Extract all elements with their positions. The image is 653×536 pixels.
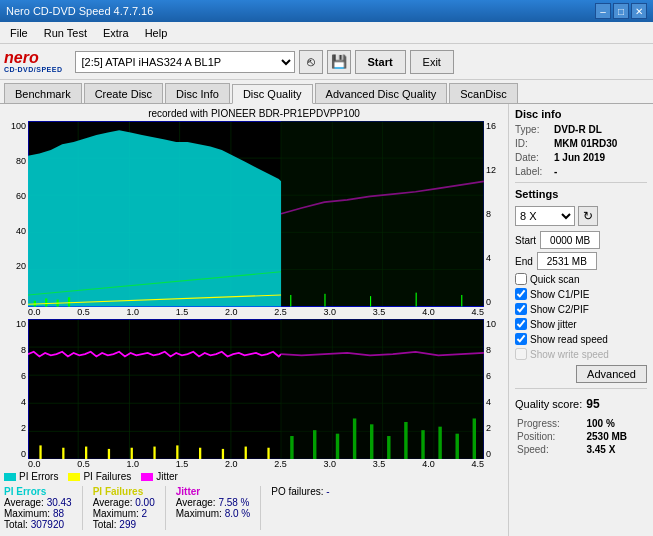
svg-rect-51	[199, 447, 201, 459]
pi-failures-stats: PI Failures Average: 0.00 Maximum: 2 Tot…	[93, 486, 155, 530]
id-label: ID:	[515, 138, 550, 149]
type-label: Type:	[515, 124, 550, 135]
tab-disc-quality[interactable]: Disc Quality	[232, 84, 313, 104]
show-read-speed-checkbox[interactable]	[515, 333, 527, 345]
pi-failures-total-val: 299	[119, 519, 136, 530]
chart-area: recorded with PIONEER BDR-PR1EPDVPP100 1…	[0, 104, 508, 536]
position-row: Position: 2530 MB	[517, 431, 645, 442]
speed-label: Speed:	[517, 444, 584, 455]
advanced-button[interactable]: Advanced	[576, 365, 647, 383]
divider2	[515, 388, 647, 389]
quick-scan-checkbox[interactable]	[515, 273, 527, 285]
svg-rect-45	[62, 447, 64, 459]
show-read-speed-row: Show read speed	[515, 333, 647, 345]
show-c1-pie-checkbox[interactable]	[515, 288, 527, 300]
svg-rect-23	[290, 295, 291, 307]
pi-errors-max-label: Maximum:	[4, 508, 50, 519]
eject-icon[interactable]: ⎋	[299, 50, 323, 74]
close-button[interactable]: ✕	[631, 3, 647, 19]
svg-rect-52	[222, 448, 224, 459]
po-failures-label: PO failures:	[271, 486, 323, 497]
speed-select[interactable]: 8 X	[515, 206, 575, 226]
end-input[interactable]	[537, 252, 597, 270]
svg-rect-49	[153, 446, 155, 459]
date-value: 1 Jun 2019	[554, 152, 605, 163]
start-button[interactable]: Start	[355, 50, 406, 74]
bottom-chart-svg	[28, 319, 484, 459]
legend-row: PI Errors PI Failures Jitter	[4, 469, 504, 484]
show-c2-pif-checkbox[interactable]	[515, 303, 527, 315]
svg-marker-16	[28, 130, 281, 306]
settings-title: Settings	[515, 188, 647, 200]
show-jitter-checkbox[interactable]	[515, 318, 527, 330]
tabs-bar: Benchmark Create Disc Disc Info Disc Qua…	[0, 80, 653, 104]
pi-failures-total-label: Total:	[93, 519, 117, 530]
maximize-button[interactable]: □	[613, 3, 629, 19]
disc-date-row: Date: 1 Jun 2019	[515, 152, 647, 163]
show-c2-pif-row: Show C2/PIF	[515, 303, 647, 315]
menu-extra[interactable]: Extra	[97, 25, 135, 41]
bottom-chart-wrapper: 1086420	[4, 319, 504, 459]
menu-bar: File Run Test Extra Help	[0, 22, 653, 44]
position-label: Position:	[517, 431, 584, 442]
legend-pi-errors-label: PI Errors	[19, 471, 58, 482]
date-label: Date:	[515, 152, 550, 163]
stat-divider2	[165, 486, 166, 530]
pi-errors-avg-label: Average:	[4, 497, 44, 508]
position-value: 2530 MB	[586, 431, 645, 442]
pi-failures-avg-val: 0.00	[135, 497, 154, 508]
po-failures-val: -	[326, 486, 329, 497]
pi-errors-stats: PI Errors Average: 30.43 Maximum: 88 Tot…	[4, 486, 72, 530]
exit-button[interactable]: Exit	[410, 50, 454, 74]
pi-errors-total-val: 307920	[31, 519, 64, 530]
top-chart-x-axis: 0.00.51.01.52.02.53.03.54.04.5	[28, 307, 484, 317]
show-read-speed-label: Show read speed	[530, 334, 608, 345]
tab-disc-info[interactable]: Disc Info	[165, 83, 230, 103]
svg-rect-25	[370, 296, 371, 306]
pi-failures-max-label: Maximum:	[93, 508, 139, 519]
tab-create-disc[interactable]: Create Disc	[84, 83, 163, 103]
menu-file[interactable]: File	[4, 25, 34, 41]
show-write-speed-label: Show write speed	[530, 349, 609, 360]
menu-run-test[interactable]: Run Test	[38, 25, 93, 41]
right-panel: Disc info Type: DVD-R DL ID: MKM 01RD30 …	[508, 104, 653, 536]
nero-logo-subtitle: CD·DVD/SPEED	[4, 66, 63, 73]
quick-scan-row: Quick scan	[515, 273, 647, 285]
nero-logo-text: nero	[4, 50, 39, 66]
main-content: recorded with PIONEER BDR-PR1EPDVPP100 1…	[0, 104, 653, 536]
window-controls: – □ ✕	[595, 3, 647, 19]
tab-advanced-disc-quality[interactable]: Advanced Disc Quality	[315, 83, 448, 103]
disc-info-title: Disc info	[515, 108, 647, 120]
menu-help[interactable]: Help	[139, 25, 174, 41]
refresh-button[interactable]: ↻	[578, 206, 598, 226]
speed-row: Speed: 3.45 X	[517, 444, 645, 455]
jitter-avg-label: Average:	[176, 497, 216, 508]
pi-errors-avg-val: 30.43	[47, 497, 72, 508]
svg-rect-54	[267, 447, 269, 459]
legend-pi-errors-box	[4, 473, 16, 481]
svg-rect-27	[461, 295, 462, 307]
tab-benchmark[interactable]: Benchmark	[4, 83, 82, 103]
jitter-max-val: 8.0 %	[225, 508, 251, 519]
top-chart-y-left: 100806040200	[4, 121, 28, 307]
po-failures-stats: PO failures: -	[271, 486, 329, 530]
tab-scandisc[interactable]: ScanDisc	[449, 83, 517, 103]
show-write-speed-checkbox[interactable]	[515, 348, 527, 360]
show-c1-pie-label: Show C1/PIE	[530, 289, 589, 300]
top-chart-wrapper: 100806040200	[4, 121, 504, 307]
save-icon[interactable]: 💾	[327, 50, 351, 74]
bottom-chart-x-axis: 0.00.51.01.52.02.53.03.54.04.5	[28, 459, 484, 469]
pi-failures-label: PI Failures	[93, 486, 144, 497]
start-input[interactable]	[540, 231, 600, 249]
disc-type-row: Type: DVD-R DL	[515, 124, 647, 135]
minimize-button[interactable]: –	[595, 3, 611, 19]
svg-rect-22	[281, 121, 484, 307]
disc-id-row: ID: MKM 01RD30	[515, 138, 647, 149]
show-c1-pie-row: Show C1/PIE	[515, 288, 647, 300]
legend-pi-failures-box	[68, 473, 80, 481]
divider1	[515, 182, 647, 183]
disc-label-row: Label: -	[515, 166, 647, 177]
drive-select[interactable]: [2:5] ATAPI iHAS324 A BL1P	[75, 51, 295, 73]
title-bar: Nero CD-DVD Speed 4.7.7.16 – □ ✕	[0, 0, 653, 22]
svg-rect-18	[45, 298, 47, 306]
